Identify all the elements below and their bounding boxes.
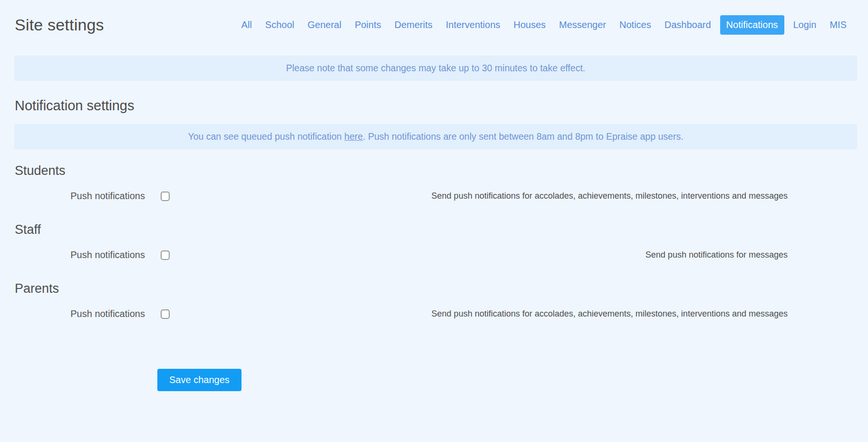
notification-settings-heading: Notification settings — [15, 98, 854, 114]
delay-notice-text: Please note that some changes may take u… — [286, 63, 585, 73]
students-push-checkbox[interactable] — [161, 192, 170, 201]
main-content: Notification settings — [0, 98, 868, 114]
staff-push-help: Send push notifications for messages — [170, 250, 854, 260]
queued-push-here-link[interactable]: here — [344, 131, 363, 142]
page-title: Site settings — [15, 16, 104, 34]
save-changes-button[interactable]: Save changes — [157, 369, 241, 391]
nav-tab-notifications-active[interactable]: Notifications — [720, 15, 784, 35]
nav-tab-dashboard[interactable]: Dashboard — [660, 16, 715, 34]
group-heading-parents: Parents — [15, 281, 854, 296]
staff-push-row: Push notifications Send push notificatio… — [14, 250, 854, 260]
nav-tab-demerits[interactable]: Demerits — [390, 16, 437, 34]
queued-push-text-prefix: You can see queued push notification — [188, 131, 344, 142]
nav-tab-notices[interactable]: Notices — [615, 16, 656, 34]
parents-push-label: Push notifications — [14, 308, 145, 319]
students-push-row: Push notifications Send push notificatio… — [14, 191, 854, 202]
nav-tab-points[interactable]: Points — [350, 16, 386, 34]
students-push-help: Send push notifications for accolades, a… — [170, 191, 854, 201]
nav-tab-interventions[interactable]: Interventions — [442, 16, 505, 34]
settings-nav: All School General Points Demerits Inter… — [237, 15, 851, 35]
parents-push-row: Push notifications Send push notificatio… — [14, 308, 854, 319]
nav-tab-houses[interactable]: Houses — [509, 16, 550, 34]
students-push-label: Push notifications — [14, 191, 145, 202]
notification-settings-form: Students Push notifications Send push no… — [0, 163, 868, 391]
parents-push-checkbox[interactable] — [161, 309, 170, 319]
nav-tab-login[interactable]: Login — [789, 16, 821, 34]
staff-push-label: Push notifications — [14, 250, 145, 260]
nav-tab-general[interactable]: General — [303, 16, 346, 34]
delay-notice-banner: Please note that some changes may take u… — [14, 56, 857, 81]
parents-push-help: Send push notifications for accolades, a… — [170, 309, 854, 319]
group-heading-staff: Staff — [15, 222, 854, 237]
nav-tab-mis[interactable]: MIS — [825, 16, 851, 34]
form-actions: Save changes — [14, 369, 854, 391]
page-header: Site settings All School General Points … — [0, 0, 868, 49]
nav-tab-school[interactable]: School — [261, 16, 299, 34]
group-heading-students: Students — [15, 163, 854, 178]
nav-tab-all[interactable]: All — [237, 16, 256, 34]
staff-push-checkbox[interactable] — [161, 250, 170, 260]
queued-push-banner: You can see queued push notification her… — [14, 124, 857, 149]
queued-push-text-suffix: . Push notifications are only sent betwe… — [363, 131, 683, 142]
nav-tab-messenger[interactable]: Messenger — [555, 16, 610, 34]
